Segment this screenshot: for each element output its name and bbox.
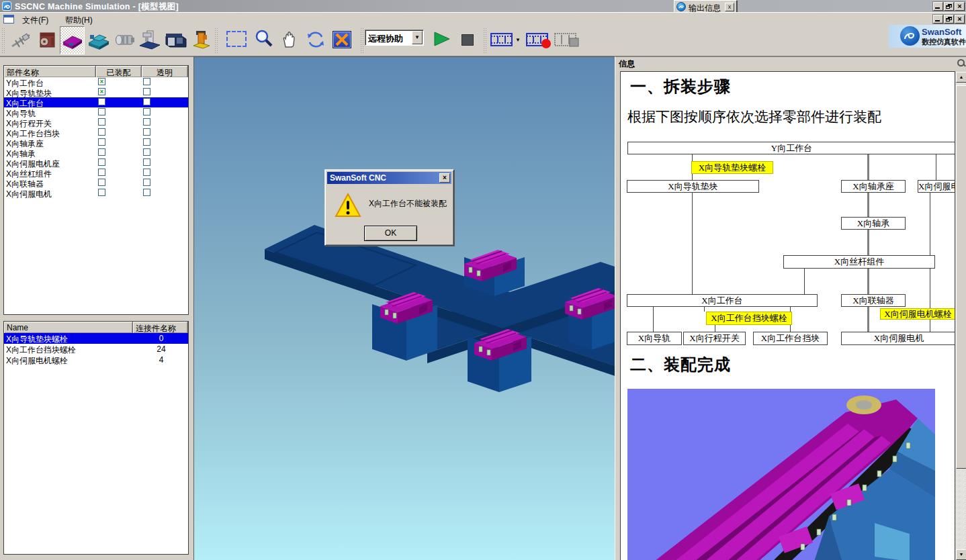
assembled-checkbox[interactable]	[98, 148, 105, 156]
diagram-box[interactable]: X向工作台	[627, 294, 818, 307]
parts-table-row[interactable]: X向工作台挡块	[4, 128, 188, 138]
toolbar-grip[interactable]	[483, 28, 488, 53]
parts-table-row[interactable]: X向导轨垫块×	[4, 87, 188, 97]
record-icon[interactable]	[525, 32, 552, 49]
parts-table-row[interactable]: X向轴承	[4, 148, 188, 158]
film-dropdown-arrow[interactable]: ▼	[515, 36, 521, 43]
assembled-checkbox[interactable]	[98, 108, 105, 115]
zoom-icon[interactable]	[253, 28, 275, 50]
diagram-box[interactable]: X向伺服电机螺栓	[880, 308, 955, 320]
scroll-down-button[interactable]: ▼	[956, 549, 966, 560]
column-header[interactable]: 已装配	[96, 66, 142, 77]
transparent-checkbox[interactable]	[143, 118, 150, 126]
worktable-part-icon[interactable]	[60, 26, 85, 54]
assembled-checkbox[interactable]	[98, 169, 105, 176]
assembled-checkbox[interactable]	[98, 158, 105, 166]
connection-row[interactable]: X向导轨垫块螺栓0	[4, 333, 188, 344]
diagram-box[interactable]: X向伺服电机	[841, 332, 955, 345]
restore-button[interactable]	[944, 2, 954, 11]
output-info-close-button[interactable]: x	[725, 3, 734, 11]
scroll-thumb[interactable]	[956, 85, 966, 469]
assembled-checkbox[interactable]	[98, 189, 105, 196]
assembled-checkbox[interactable]	[98, 138, 105, 146]
toolbar-grip[interactable]	[1, 28, 6, 53]
press-tool-icon[interactable]	[189, 28, 214, 53]
scroll-up-button[interactable]: ▲	[956, 72, 966, 83]
mdi-restore-button[interactable]	[944, 15, 954, 24]
parts-table-row[interactable]: X向行程开关	[4, 118, 188, 128]
column-header[interactable]: 连接件名称	[133, 322, 188, 333]
cnc-lathe-icon[interactable]	[163, 28, 188, 53]
parts-table-row[interactable]: X向伺服电机座	[4, 158, 188, 168]
remote-assist-combo[interactable]: 远程协助 ▼	[365, 30, 424, 46]
rotate-icon[interactable]	[304, 28, 327, 51]
toolbar-grip[interactable]	[360, 28, 365, 53]
diagram-box[interactable]: X向伺服电机座	[918, 180, 955, 193]
gearbox-icon[interactable]	[34, 28, 59, 53]
transparent-checkbox[interactable]	[143, 88, 150, 95]
transparent-checkbox[interactable]	[143, 108, 150, 115]
transparent-checkbox[interactable]	[143, 98, 150, 105]
film-play-icon[interactable]	[490, 32, 514, 49]
minimize-button[interactable]	[933, 2, 943, 11]
transparent-checkbox[interactable]	[143, 78, 150, 85]
parts-table-row[interactable]: X向工作台	[4, 97, 188, 107]
diagram-box[interactable]: X向工作台挡块	[753, 332, 828, 345]
assembled-checkbox[interactable]	[98, 128, 105, 136]
pan-hand-icon[interactable]	[279, 28, 300, 50]
diagram-box[interactable]: X向联轴器	[841, 294, 906, 307]
diagram-box[interactable]: X向丝杆组件	[783, 255, 935, 269]
diagram-box[interactable]: X向导轨垫块螺栓	[691, 161, 773, 174]
column-header[interactable]: 部件名称	[4, 66, 96, 77]
mdi-close-button[interactable]: ×	[955, 15, 965, 24]
parts-table-row[interactable]: X向导轨	[4, 107, 188, 118]
diagram-box[interactable]: X向工作台挡块螺栓	[706, 312, 792, 325]
play-button[interactable]	[433, 31, 451, 47]
assembled-checkbox[interactable]	[98, 98, 105, 105]
diagram-box[interactable]: X向导轨	[627, 332, 682, 345]
column-header[interactable]: 透明	[142, 66, 188, 77]
transparent-checkbox[interactable]	[143, 169, 150, 176]
connection-row[interactable]: X向伺服电机螺栓4	[4, 355, 188, 365]
spindle-icon[interactable]	[112, 28, 136, 53]
toolbar-grip[interactable]	[214, 28, 219, 53]
pin-icon[interactable]	[957, 59, 965, 66]
column-header[interactable]: Name	[4, 322, 133, 333]
dialog-ok-button[interactable]: OK	[364, 226, 417, 241]
diagram-box[interactable]: X向轴承	[841, 217, 906, 230]
parts-table-row[interactable]: X向丝杠组件	[4, 168, 188, 178]
parts-table-row[interactable]: X向轴承座	[4, 138, 188, 148]
transparent-checkbox[interactable]	[143, 189, 150, 196]
menu-file[interactable]: 文件(F)	[17, 14, 53, 24]
ballscrew-icon[interactable]	[8, 28, 33, 53]
assembled-checkbox[interactable]	[98, 118, 105, 126]
parts-table-row[interactable]: X向联轴器	[4, 178, 188, 188]
dialog-close-button[interactable]: ×	[439, 173, 450, 183]
document-icon[interactable]	[3, 15, 14, 24]
transparent-checkbox[interactable]	[143, 128, 150, 136]
assembled-checkbox[interactable]: ×	[98, 88, 105, 95]
parts-table-row[interactable]: Y向工作台×	[4, 77, 188, 87]
transparent-checkbox[interactable]	[143, 179, 150, 186]
diagram-box[interactable]: X向轴承座	[841, 180, 906, 193]
select-rect-icon[interactable]	[225, 30, 248, 48]
close-button[interactable]: ×	[955, 2, 965, 11]
transparent-checkbox[interactable]	[143, 138, 150, 146]
diagram-box[interactable]: X向导轨垫块	[627, 180, 759, 193]
menu-help[interactable]: 帮助(H)	[60, 14, 97, 24]
stop-button[interactable]	[461, 33, 474, 46]
mdi-minimize-button[interactable]	[933, 15, 943, 24]
combo-dropdown-button[interactable]: ▼	[412, 31, 423, 44]
vertical-mill-icon[interactable]	[137, 28, 162, 53]
transparent-checkbox[interactable]	[143, 158, 150, 166]
dialog-title-bar[interactable]: SwanSoft CNC ×	[327, 172, 451, 184]
assembled-checkbox[interactable]	[98, 179, 105, 186]
film-stop-icon[interactable]	[554, 32, 580, 49]
parts-table-row[interactable]: X向伺服电机	[4, 188, 188, 198]
diagram-box[interactable]: Y向工作台	[627, 142, 955, 154]
info-scrollbar[interactable]: ▲ ▼	[956, 72, 966, 560]
xy-table-icon[interactable]	[86, 28, 111, 53]
assembled-checkbox[interactable]: ×	[98, 78, 105, 85]
model-viewport[interactable]	[193, 56, 615, 560]
output-info-bar[interactable]: 输出信息 x	[674, 0, 737, 13]
